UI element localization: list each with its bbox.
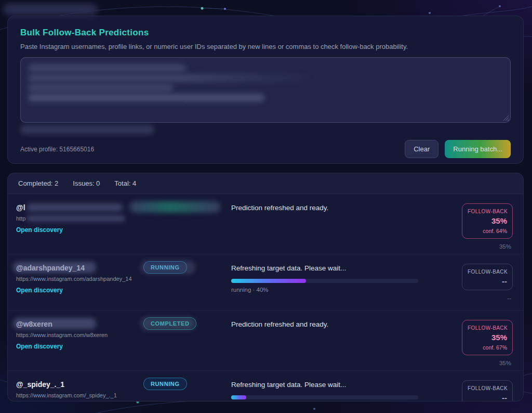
probability-footnote: 35% bbox=[499, 243, 513, 250]
profile-url: https://www.instagram.com/w8xeren bbox=[16, 332, 231, 338]
form-subtitle: Paste Instagram usernames, profile links… bbox=[20, 43, 511, 50]
progress-fill bbox=[231, 279, 306, 283]
status-badge: RUNNING bbox=[143, 261, 187, 274]
textarea-resize-handle[interactable] bbox=[503, 115, 509, 121]
follow-back-value: -- bbox=[468, 277, 507, 286]
status-badge: COMPLETED bbox=[143, 317, 196, 330]
redacted-input-line bbox=[28, 84, 174, 92]
profile-url-text: https://www.instagram.com/_spidey_._1 bbox=[16, 392, 117, 398]
progress-label: running · 40% bbox=[231, 287, 418, 293]
summary-total: Total: 4 bbox=[114, 179, 136, 187]
follow-back-label: FOLLOW-BACK bbox=[468, 269, 507, 275]
bulk-input-textarea[interactable] bbox=[20, 57, 511, 123]
bulk-predictions-form-card: Bulk Follow-Back Predictions Paste Insta… bbox=[7, 16, 524, 164]
progress-bar: running · 40% bbox=[231, 279, 418, 293]
username-text: @l bbox=[16, 203, 25, 212]
redacted-helper-text bbox=[20, 125, 154, 134]
profile-url: https://www.instagram.com/_spidey_._1 bbox=[16, 392, 231, 398]
profile-url: https://www.instagram.com/adarshpandey_1… bbox=[16, 276, 231, 282]
redacted-input-line bbox=[28, 94, 264, 102]
status-message: Refreshing target data. Please wait... bbox=[231, 264, 455, 272]
profile-url: http bbox=[16, 215, 231, 222]
redacted-input-line bbox=[28, 74, 311, 82]
confidence-label: conf. 64% bbox=[468, 228, 507, 234]
follow-back-card: FOLLOW-BACK 35% conf. 67% bbox=[462, 320, 513, 355]
profile-url-text: https://www.instagram.com/adarshpandey_1… bbox=[16, 276, 132, 282]
result-row: @adarshpandey_14 RUNNING https://www.ins… bbox=[8, 254, 523, 311]
probability-footnote: -- bbox=[507, 295, 513, 301]
result-row: @l http Open discovery Prediction refres… bbox=[8, 194, 523, 254]
follow-back-card: FOLLOW-BACK -- bbox=[462, 264, 513, 290]
redacted-url-pill bbox=[26, 215, 125, 222]
follow-back-label: FOLLOW-BACK bbox=[468, 385, 507, 391]
open-discovery-link[interactable]: Open discovery bbox=[16, 226, 63, 234]
result-row: @w8xeren COMPLETED https://www.instagram… bbox=[8, 311, 523, 371]
progress-track bbox=[231, 395, 418, 399]
progress-fill bbox=[231, 395, 246, 399]
username-label: @adarshpandey_14 bbox=[16, 264, 231, 272]
username-label: @_spidey_._1 bbox=[16, 380, 231, 389]
batch-results-card: Completed: 2 Issues: 0 Total: 4 @l http … bbox=[7, 173, 524, 402]
summary-issues: Issues: 0 bbox=[73, 179, 100, 187]
open-discovery-link[interactable]: Open discovery bbox=[16, 287, 63, 294]
follow-back-value: 35% bbox=[468, 216, 507, 225]
batch-summary-bar: Completed: 2 Issues: 0 Total: 4 bbox=[8, 173, 523, 194]
follow-back-card: FOLLOW-BACK -- bbox=[462, 380, 513, 402]
summary-completed: Completed: 2 bbox=[18, 179, 58, 187]
probability-footnote: 35% bbox=[499, 360, 513, 366]
profile-url-text: http bbox=[16, 215, 25, 222]
redacted-username-pill bbox=[26, 203, 123, 212]
follow-back-label: FOLLOW-BACK bbox=[468, 209, 507, 214]
run-batch-button[interactable]: Running batch... bbox=[445, 140, 511, 158]
redacted-page-header bbox=[3, 4, 98, 15]
clear-button[interactable]: Clear bbox=[405, 140, 438, 158]
username-text: @w8xeren bbox=[16, 320, 52, 328]
follow-back-label: FOLLOW-BACK bbox=[468, 325, 507, 331]
redacted-input-line bbox=[28, 102, 184, 106]
profile-url-text: https://www.instagram.com/w8xeren bbox=[16, 332, 108, 338]
status-message: Prediction refreshed and ready. bbox=[231, 320, 455, 328]
open-discovery-link[interactable]: Open discovery bbox=[16, 343, 63, 350]
status-message: Prediction refreshed and ready. bbox=[231, 204, 455, 212]
username-text: @adarshpandey_14 bbox=[16, 264, 85, 272]
status-message: Refreshing target data. Please wait... bbox=[231, 381, 455, 389]
redacted-input-line bbox=[28, 64, 187, 72]
confidence-label: conf. 67% bbox=[468, 344, 507, 351]
username-text: @_spidey_._1 bbox=[16, 380, 64, 389]
follow-back-card: FOLLOW-BACK 35% conf. 64% bbox=[462, 203, 513, 239]
active-profile-label: Active profile: 5165665016 bbox=[20, 146, 94, 153]
page-title: Bulk Follow-Back Predictions bbox=[20, 28, 511, 38]
progress-track bbox=[231, 279, 418, 283]
username-label: @w8xeren bbox=[16, 320, 231, 328]
follow-back-value: 35% bbox=[468, 333, 507, 342]
status-badge bbox=[129, 201, 220, 213]
result-row: @_spidey_._1 RUNNING https://www.instagr… bbox=[8, 371, 523, 402]
progress-bar: queued · 0% bbox=[231, 395, 418, 402]
status-badge: RUNNING bbox=[143, 378, 187, 390]
follow-back-value: -- bbox=[468, 393, 507, 402]
